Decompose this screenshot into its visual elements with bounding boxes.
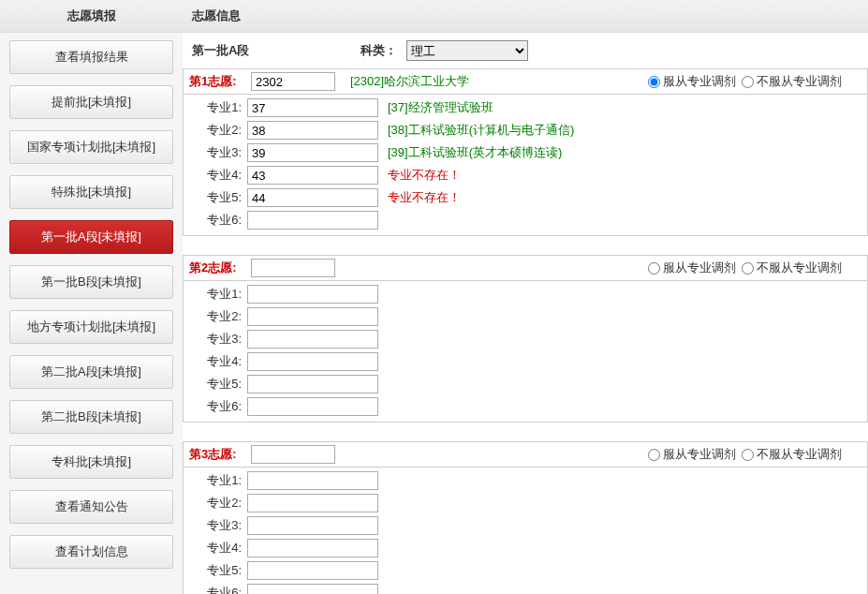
major-label: 专业1: — [191, 99, 247, 116]
adjust-yes-text: 服从专业调剂 — [663, 260, 736, 276]
major-row: 专业2: — [191, 492, 860, 514]
major-label: 专业6: — [191, 585, 247, 594]
sidebar-item-6[interactable]: 地方专项计划批[未填报] — [9, 310, 173, 344]
major-label: 专业2: — [191, 308, 247, 325]
adjust-no-text: 不服从专业调剂 — [757, 73, 842, 90]
major-row: 专业4:专业不存在！ — [191, 164, 860, 186]
choice-header-3: 第3志愿:服从专业调剂不服从专业调剂 — [183, 441, 868, 468]
major-code-input-3-3[interactable] — [247, 516, 378, 535]
major-label: 专业3: — [191, 144, 247, 161]
major-name: [38]工科试验班(计算机与电子通信) — [378, 122, 574, 139]
main-panel: 志愿信息 第一批A段 科类： 理工 第1志愿:[2302]哈尔滨工业大学服从专业… — [183, 0, 868, 594]
major-row: 专业5: — [191, 559, 860, 582]
sidebar-item-0[interactable]: 查看填报结果 — [9, 40, 173, 74]
major-row: 专业6: — [191, 395, 860, 418]
major-code-input-3-1[interactable] — [247, 471, 378, 490]
major-code-input-1-6[interactable] — [247, 211, 378, 230]
sidebar-item-4[interactable]: 第一批A段[未填报] — [9, 220, 173, 254]
adjust-yes-label[interactable]: 服从专业调剂 — [648, 446, 736, 463]
major-row: 专业6: — [191, 582, 860, 594]
choice-header-2: 第2志愿:服从专业调剂不服从专业调剂 — [183, 255, 868, 281]
major-label: 专业4: — [191, 167, 247, 184]
sidebar-item-8[interactable]: 第二批B段[未填报] — [9, 400, 173, 434]
choice-code-cell — [249, 70, 343, 93]
major-code-input-2-3[interactable] — [247, 330, 378, 349]
major-label: 专业6: — [191, 212, 247, 229]
sidebar-item-1[interactable]: 提前批[未填报] — [9, 85, 173, 119]
adjust-yes-label[interactable]: 服从专业调剂 — [648, 260, 736, 276]
adjust-no-text: 不服从专业调剂 — [757, 260, 842, 276]
sidebar-item-11[interactable]: 查看计划信息 — [9, 535, 173, 569]
major-code-input-1-5[interactable] — [247, 188, 378, 207]
choice-block-2: 第2志愿:服从专业调剂不服从专业调剂专业1:专业2:专业3:专业4:专业5:专业… — [183, 255, 868, 423]
major-code-input-1-4[interactable] — [247, 166, 378, 185]
adjust-no-label[interactable]: 不服从专业调剂 — [742, 73, 842, 90]
category-select[interactable]: 理工 — [406, 40, 528, 61]
adjust-yes-radio[interactable] — [648, 449, 660, 461]
choice-label: 第2志愿: — [184, 260, 249, 276]
major-code-input-3-6[interactable] — [247, 584, 378, 594]
major-row: 专业3: — [191, 514, 860, 537]
adjust-no-label[interactable]: 不服从专业调剂 — [742, 260, 842, 276]
choice-label: 第3志愿: — [184, 446, 249, 463]
adjust-yes-text: 服从专业调剂 — [663, 73, 736, 90]
major-code-input-2-6[interactable] — [247, 397, 378, 416]
major-row: 专业5: — [191, 373, 860, 395]
sidebar-item-5[interactable]: 第一批B段[未填报] — [9, 265, 173, 299]
major-row: 专业1:[37]经济管理试验班 — [191, 97, 860, 119]
sidebar-item-7[interactable]: 第二批A段[未填报] — [9, 355, 173, 389]
category-label: 科类： — [360, 42, 397, 59]
major-row: 专业3: — [191, 328, 860, 350]
major-code-input-2-1[interactable] — [247, 285, 378, 304]
majors-wrap: 专业1:专业2:专业3:专业4:专业5:专业6: — [183, 468, 868, 594]
major-row: 专业6: — [191, 209, 860, 231]
adjust-no-label[interactable]: 不服从专业调剂 — [742, 446, 842, 463]
major-name: [37]经济管理试验班 — [378, 99, 493, 116]
adjust-yes-text: 服从专业调剂 — [663, 446, 736, 463]
major-code-input-1-2[interactable] — [247, 121, 378, 140]
major-code-input-2-5[interactable] — [247, 375, 378, 394]
adjust-no-radio[interactable] — [742, 76, 754, 88]
major-label: 专业4: — [191, 540, 247, 557]
major-code-input-2-4[interactable] — [247, 352, 378, 371]
adjust-no-radio[interactable] — [742, 449, 754, 461]
major-row: 专业2:[38]工科试验班(计算机与电子通信) — [191, 119, 860, 141]
sidebar-item-10[interactable]: 查看通知公告 — [9, 490, 173, 524]
major-row: 专业3:[39]工科试验班(英才本硕博连读) — [191, 141, 860, 164]
major-label: 专业6: — [191, 398, 247, 415]
major-row: 专业1: — [191, 469, 860, 492]
school-name: [2302]哈尔滨工业大学 — [343, 73, 642, 90]
choice-code-cell — [249, 443, 343, 466]
major-row: 专业4: — [191, 350, 860, 373]
major-label: 专业5: — [191, 562, 247, 579]
adjust-yes-radio[interactable] — [648, 262, 660, 275]
school-code-input-1[interactable] — [251, 72, 335, 91]
school-code-input-2[interactable] — [251, 259, 335, 277]
main-header: 志愿信息 — [183, 0, 868, 33]
adjust-cell: 服从专业调剂不服从专业调剂 — [642, 73, 867, 90]
major-code-input-2-2[interactable] — [247, 307, 378, 326]
majors-wrap: 专业1:[37]经济管理试验班专业2:[38]工科试验班(计算机与电子通信)专业… — [183, 95, 868, 236]
sidebar-item-2[interactable]: 国家专项计划批[未填报] — [9, 130, 173, 164]
adjust-yes-label[interactable]: 服从专业调剂 — [648, 73, 736, 90]
school-code-input-3[interactable] — [251, 445, 335, 464]
sidebar-item-9[interactable]: 专科批[未填报] — [9, 445, 173, 479]
major-code-input-1-1[interactable] — [247, 98, 378, 117]
choice-code-cell — [249, 257, 343, 279]
batch-title: 第一批A段 — [192, 42, 351, 59]
adjust-no-text: 不服从专业调剂 — [757, 446, 842, 463]
adjust-no-radio[interactable] — [742, 262, 754, 275]
major-label: 专业2: — [191, 122, 247, 139]
major-code-input-1-3[interactable] — [247, 143, 378, 162]
choice-block-3: 第3志愿:服从专业调剂不服从专业调剂专业1:专业2:专业3:专业4:专业5:专业… — [183, 441, 868, 594]
adjust-cell: 服从专业调剂不服从专业调剂 — [642, 260, 867, 276]
major-code-input-3-4[interactable] — [247, 539, 378, 557]
choice-label: 第1志愿: — [184, 73, 249, 90]
major-label: 专业3: — [191, 517, 247, 534]
major-code-input-3-2[interactable] — [247, 494, 378, 512]
major-label: 专业5: — [191, 189, 247, 206]
sidebar-item-3[interactable]: 特殊批[未填报] — [9, 175, 173, 209]
major-code-input-3-5[interactable] — [247, 561, 378, 580]
major-label: 专业3: — [191, 331, 247, 348]
adjust-yes-radio[interactable] — [648, 76, 660, 88]
